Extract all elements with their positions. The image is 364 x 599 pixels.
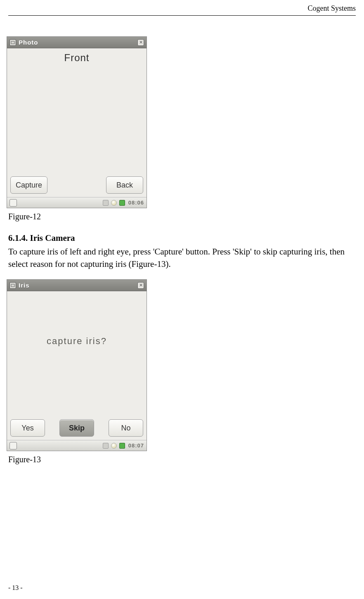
capture-iris-prompt: capture iris? xyxy=(47,335,107,348)
button-row: Yes Skip No xyxy=(7,416,147,440)
titlebar: Iris ✕ xyxy=(7,280,147,291)
back-button[interactable]: Back xyxy=(106,176,143,194)
close-icon[interactable]: ✕ xyxy=(137,282,144,289)
window-icon xyxy=(9,39,16,46)
body-text: To capture iris of left and right eye, p… xyxy=(8,245,356,271)
taskbar: 08:06 xyxy=(7,197,147,208)
network-icon[interactable] xyxy=(119,443,125,449)
status-icon[interactable] xyxy=(111,200,117,206)
header-divider xyxy=(8,15,356,16)
taskbar-clock: 08:07 xyxy=(128,442,144,449)
page-number: - 13 - xyxy=(8,583,23,592)
front-label: Front xyxy=(64,51,89,65)
yes-button[interactable]: Yes xyxy=(10,419,45,437)
figure-12-caption: Figure-12 xyxy=(8,211,356,222)
header-company: Cogent Systems xyxy=(8,0,356,15)
button-row: Capture Back xyxy=(7,173,147,197)
volume-icon[interactable] xyxy=(103,200,109,206)
window-icon xyxy=(9,282,16,289)
no-button[interactable]: No xyxy=(109,419,143,437)
window-title: Iris xyxy=(19,281,135,290)
figure-13-screenshot: Iris ✕ capture iris? Yes Skip No 08:07 xyxy=(7,279,147,451)
skip-button[interactable]: Skip xyxy=(59,419,94,437)
taskbar-start-icon[interactable] xyxy=(9,199,17,207)
titlebar: Photo ✕ xyxy=(7,37,147,48)
svg-rect-0 xyxy=(11,41,14,44)
taskbar-start-icon[interactable] xyxy=(9,442,17,449)
figure-13-caption: Figure-13 xyxy=(8,454,356,465)
figure-12-screenshot: Photo ✕ Front Capture Back 08:06 xyxy=(7,36,147,208)
network-icon[interactable] xyxy=(119,200,125,206)
taskbar: 08:07 xyxy=(7,440,147,451)
close-icon[interactable]: ✕ xyxy=(137,39,144,46)
capture-button[interactable]: Capture xyxy=(10,176,47,194)
window-title: Photo xyxy=(19,38,135,47)
status-icon[interactable] xyxy=(111,443,117,449)
photo-content-area: Front xyxy=(7,48,147,173)
iris-content-area: capture iris? xyxy=(7,291,147,416)
volume-icon[interactable] xyxy=(103,443,109,449)
section-heading: 6.1.4. Iris Camera xyxy=(8,232,356,244)
svg-rect-1 xyxy=(11,284,14,287)
taskbar-clock: 08:06 xyxy=(128,199,144,207)
